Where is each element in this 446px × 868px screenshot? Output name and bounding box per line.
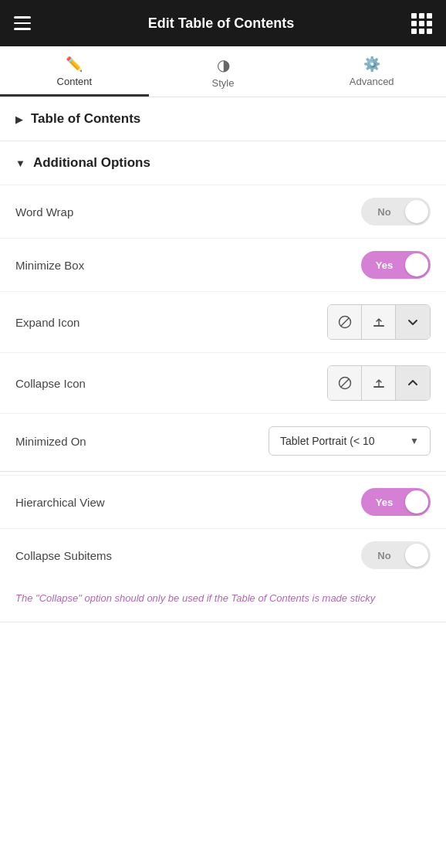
hierarchical-view-label: Hierarchical View [15, 496, 105, 509]
expand-icon-label: Expand Icon [15, 316, 79, 329]
additional-options-section: ▼ Additional Options Word Wrap No Minimi… [0, 141, 446, 622]
collapse-subitems-toggle-circle [405, 544, 428, 567]
additional-options-header[interactable]: ▼ Additional Options [0, 141, 446, 185]
minimized-on-row: Minimized On Tablet Portrait (< 10 ▼ [0, 413, 446, 468]
minimized-on-dropdown[interactable]: Tablet Portrait (< 10 ▼ [269, 426, 431, 456]
svg-rect-5 [373, 386, 384, 388]
minimize-box-toggle-circle [405, 253, 428, 276]
collapse-subitems-label: Collapse Subitems [15, 549, 112, 562]
header-title: Edit Table of Contents [148, 15, 295, 32]
tab-content[interactable]: ✏️ Content [0, 46, 149, 97]
hierarchical-view-row: Hierarchical View Yes [0, 475, 446, 528]
collapse-icon-chevron-up-btn[interactable] [396, 366, 430, 400]
minimize-box-row: Minimize Box Yes [0, 238, 446, 291]
collapse-subitems-toggle-label: No [363, 550, 405, 561]
minimized-on-value: Tablet Portrait (< 10 [280, 435, 375, 447]
collapse-icon-row: Collapse Icon [0, 352, 446, 413]
tab-style-label: Style [212, 77, 235, 89]
word-wrap-row: Word Wrap No [0, 185, 446, 238]
minimize-box-toggle-label: Yes [363, 259, 405, 271]
expand-icon-chevron-down-btn[interactable] [396, 305, 430, 339]
toc-section-title: Table of Contents [31, 111, 140, 127]
expand-icon-no-icon-btn[interactable] [328, 305, 362, 339]
word-wrap-toggle-label: No [363, 206, 405, 218]
divider [0, 471, 446, 472]
svg-line-4 [340, 379, 349, 388]
svg-rect-2 [373, 325, 384, 327]
hierarchical-view-toggle-label: Yes [363, 497, 405, 508]
expand-icon-upload-btn[interactable] [362, 305, 396, 339]
word-wrap-toggle-circle [405, 200, 428, 223]
minimized-on-arrow-icon: ▼ [410, 436, 419, 446]
tabs-bar: ✏️ Content ◑ Style ⚙️ Advanced [0, 46, 446, 97]
tab-style[interactable]: ◑ Style [149, 46, 298, 97]
header: Edit Table of Contents [0, 0, 446, 46]
word-wrap-label: Word Wrap [15, 205, 73, 219]
collapse-hint-text: The "Collapse" option should only be use… [0, 581, 446, 622]
content-tab-icon: ✏️ [66, 57, 83, 71]
collapse-subitems-row: Collapse Subitems No [0, 528, 446, 581]
toc-section-header[interactable]: ▶ Table of Contents [0, 97, 446, 141]
main-content: ▶ Table of Contents ▼ Additional Options… [0, 97, 446, 868]
expand-icon-picker [327, 304, 431, 340]
tab-advanced[interactable]: ⚙️ Advanced [297, 46, 446, 97]
style-tab-icon: ◑ [217, 57, 230, 73]
collapse-icon-picker [327, 365, 431, 401]
expand-icon-row: Expand Icon [0, 291, 446, 352]
hamburger-menu-icon[interactable] [14, 16, 31, 30]
collapse-icon-upload-btn[interactable] [362, 366, 396, 400]
tab-advanced-label: Advanced [350, 76, 394, 87]
collapse-icon-no-icon-btn[interactable] [328, 366, 362, 400]
advanced-tab-icon: ⚙️ [363, 57, 380, 71]
word-wrap-toggle[interactable]: No [361, 198, 431, 225]
minimize-box-label: Minimize Box [15, 259, 84, 272]
hierarchical-view-toggle-circle [405, 490, 428, 514]
toc-arrow-icon: ▶ [15, 114, 23, 125]
svg-line-1 [340, 318, 349, 327]
minimize-box-toggle[interactable]: Yes [361, 251, 431, 279]
minimized-on-label: Minimized On [15, 435, 86, 448]
collapse-icon-label: Collapse Icon [15, 377, 86, 390]
collapse-subitems-toggle[interactable]: No [361, 541, 431, 569]
additional-options-title: Additional Options [33, 155, 150, 171]
options-arrow-icon: ▼ [15, 158, 25, 169]
hierarchical-view-toggle[interactable]: Yes [361, 488, 431, 516]
apps-grid-icon[interactable] [411, 13, 432, 34]
tab-content-label: Content [57, 76, 93, 87]
